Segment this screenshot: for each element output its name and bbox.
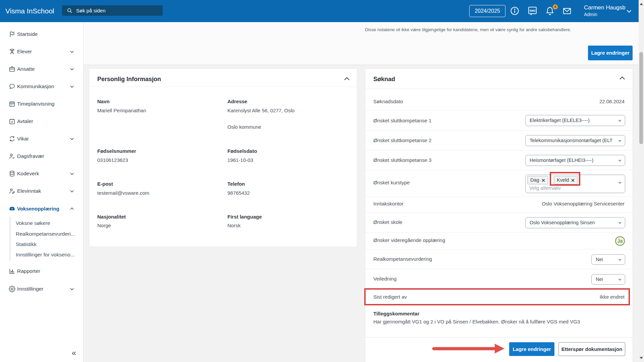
svg-text:SMS: SMS: [530, 9, 536, 12]
